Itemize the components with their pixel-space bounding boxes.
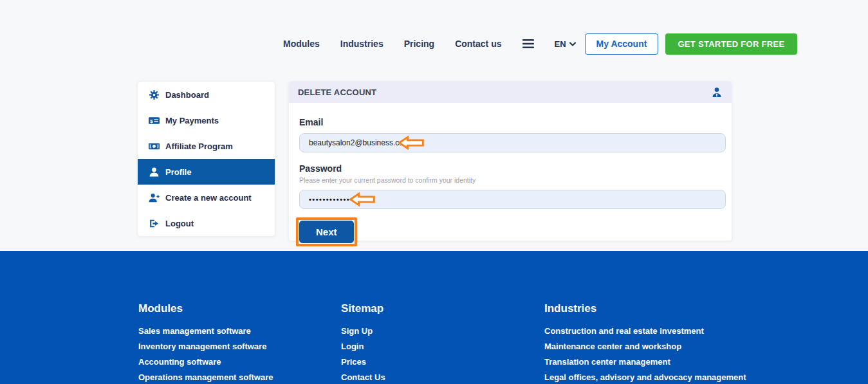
- sidebar-item-label: Dashboard: [165, 90, 209, 100]
- next-button[interactable]: Next: [299, 221, 354, 243]
- get-started-button[interactable]: GET STARTED FOR FREE: [665, 33, 797, 55]
- footer-link[interactable]: Sign Up: [341, 327, 385, 336]
- sidebar-item-my-payments[interactable]: $ My Payments: [138, 107, 275, 133]
- user-icon: [149, 167, 160, 178]
- footer-column-sitemap: Sitemap Sign Up Login Prices Contact Us: [341, 302, 385, 384]
- panel-header: DELETE ACCOUNT: [289, 82, 732, 103]
- footer-link[interactable]: Accounting software: [138, 358, 273, 367]
- footer-link[interactable]: Legal offices, advisory and advocacy man…: [544, 373, 746, 382]
- footer-link[interactable]: Maintenance center and workshop: [544, 342, 746, 351]
- email-input[interactable]: [299, 133, 726, 152]
- footer-link[interactable]: Translation center management: [544, 358, 746, 367]
- top-navigation: Modules Industries Pricing Contact us EN…: [283, 32, 797, 55]
- footer-link[interactable]: Login: [341, 342, 385, 351]
- nav-item-contact-us[interactable]: Contact us: [455, 39, 501, 49]
- footer: Modules Sales management software Invent…: [0, 251, 868, 384]
- panel-body: Email Password Please enter your current…: [289, 103, 732, 246]
- language-label: EN: [555, 39, 566, 49]
- footer-link[interactable]: Prices: [341, 358, 385, 367]
- my-account-button[interactable]: My Account: [585, 33, 659, 55]
- footer-column-industries: Industries Construction and real estate …: [544, 302, 746, 384]
- password-hint: Please enter your current password to co…: [299, 176, 725, 184]
- sidebar-item-dashboard[interactable]: Dashboard: [138, 82, 275, 107]
- sidebar-item-profile[interactable]: Profile: [138, 159, 275, 185]
- footer-link[interactable]: Contact Us: [341, 373, 385, 382]
- footer-link[interactable]: Operations management software: [138, 373, 273, 382]
- panel-title: DELETE ACCOUNT: [298, 87, 376, 97]
- chevron-down-icon: [569, 42, 576, 46]
- email-field-wrap: [299, 133, 726, 152]
- footer-heading: Sitemap: [341, 302, 385, 315]
- sidebar-item-affiliate-program[interactable]: Affiliate Program: [138, 133, 275, 159]
- cogs-icon: [149, 89, 160, 100]
- account-sidebar: Dashboard $ My Payments Affiliate Progra…: [137, 81, 275, 237]
- sidebar-item-label: Affiliate Program: [165, 142, 233, 151]
- footer-heading: Industries: [544, 302, 746, 315]
- footer-link[interactable]: Sales management software: [138, 327, 273, 336]
- nav-item-modules[interactable]: Modules: [283, 39, 320, 49]
- sidebar-item-label: Profile: [165, 167, 191, 177]
- nav-item-pricing[interactable]: Pricing: [404, 39, 434, 49]
- sidebar-item-label: Create a new account: [165, 193, 252, 203]
- footer-heading: Modules: [138, 302, 273, 315]
- user-plus-icon: [149, 192, 160, 203]
- email-label: Email: [299, 117, 725, 127]
- footer-column-modules: Modules Sales management software Invent…: [138, 302, 273, 384]
- delete-account-panel: DELETE ACCOUNT Email Password Please ent…: [288, 81, 732, 241]
- user-tie-icon: [711, 87, 723, 98]
- hamburger-menu-icon[interactable]: [522, 39, 534, 48]
- sidebar-item-label: Logout: [165, 219, 194, 228]
- money-bill-icon: [149, 141, 160, 152]
- password-field-wrap: [299, 190, 726, 209]
- footer-link[interactable]: Inventory management software: [138, 342, 273, 351]
- sidebar-item-create-account[interactable]: Create a new account: [138, 185, 275, 210]
- language-selector[interactable]: EN: [555, 39, 576, 49]
- sidebar-item-logout[interactable]: Logout: [138, 210, 275, 236]
- page: Modules Industries Pricing Contact us EN…: [0, 0, 868, 384]
- footer-link[interactable]: Construction and real estate investment: [544, 327, 746, 336]
- password-input[interactable]: [299, 190, 726, 209]
- password-label: Password: [299, 163, 725, 174]
- svg-text:$: $: [150, 118, 153, 123]
- payment-card-icon: $: [149, 115, 160, 126]
- next-button-highlight: Next: [296, 217, 357, 246]
- nav-item-industries[interactable]: Industries: [340, 39, 383, 49]
- logout-icon: [149, 218, 160, 229]
- sidebar-item-label: My Payments: [165, 116, 219, 125]
